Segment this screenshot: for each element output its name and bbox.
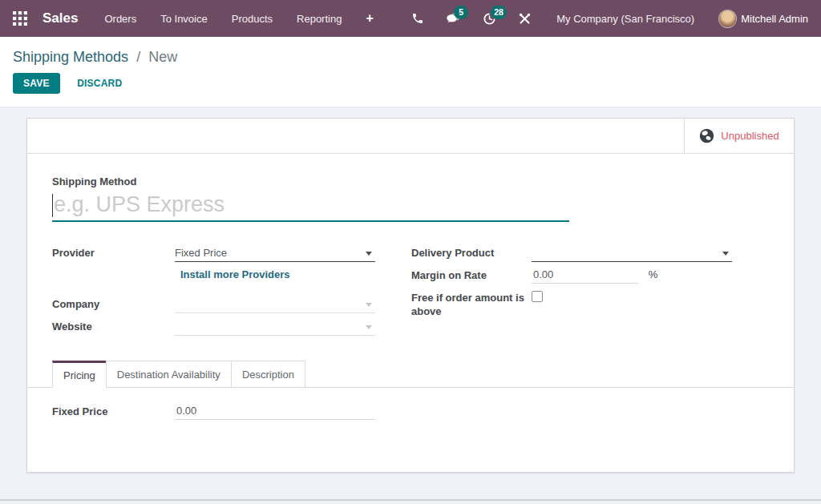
- install-providers-link[interactable]: Install more Providers: [175, 268, 290, 280]
- tab-pricing[interactable]: Pricing: [52, 361, 107, 388]
- publish-status-label: Unpublished: [721, 130, 779, 142]
- company-select[interactable]: [175, 296, 375, 313]
- breadcrumb: Shipping Methods / New: [13, 49, 808, 66]
- window-bottom-edge: [0, 499, 821, 504]
- app-name[interactable]: Sales: [42, 10, 78, 26]
- company-row: Company: [52, 296, 375, 313]
- statusbar: Unpublished: [27, 119, 794, 154]
- percent-suffix: %: [649, 267, 658, 280]
- breadcrumb-parent[interactable]: Shipping Methods: [13, 49, 128, 65]
- navbar-right: 5 28 My Company (San Francisco) Mitchell…: [390, 10, 808, 27]
- cp-buttons: SAVE DISCARD: [13, 73, 808, 94]
- activities-clock-icon[interactable]: 28: [483, 12, 496, 26]
- top-navbar: Sales Orders To Invoice Products Reporti…: [0, 0, 821, 37]
- breadcrumb-separator: /: [136, 49, 140, 65]
- grid-icon: [13, 11, 27, 26]
- text-cursor: [52, 194, 53, 217]
- delivery-product-select[interactable]: [532, 244, 732, 262]
- shipping-method-field: [52, 192, 569, 222]
- shipping-method-input[interactable]: [52, 192, 569, 222]
- crossed-tools-glyph: [518, 12, 532, 26]
- install-providers-row: Install more Providers: [52, 268, 375, 286]
- website-label: Website: [52, 318, 175, 333]
- menu-reporting[interactable]: Reporting: [297, 13, 342, 25]
- margin-input[interactable]: [532, 267, 638, 284]
- field-group: Provider Fixed Price Install more Provid…: [52, 244, 769, 341]
- phone-icon[interactable]: [411, 12, 424, 25]
- messages-badge: 5: [454, 6, 468, 19]
- free-over-checkbox[interactable]: [532, 291, 543, 302]
- menu-to-invoice[interactable]: To Invoice: [160, 13, 208, 25]
- plus-icon[interactable]: +: [366, 11, 373, 26]
- discard-button[interactable]: DISCARD: [67, 73, 131, 94]
- phone-glyph: [411, 12, 424, 25]
- website-row: Website: [52, 318, 375, 336]
- apps-menu-icon[interactable]: [13, 10, 29, 26]
- delivery-product-label: Delivery Product: [411, 244, 532, 260]
- company-switcher[interactable]: My Company (San Francisco): [556, 13, 694, 25]
- menu-products[interactable]: Products: [232, 13, 273, 25]
- tools-icon[interactable]: [518, 12, 532, 26]
- shipping-method-label: Shipping Method: [52, 175, 769, 187]
- free-over-label: Free if order amount is above: [411, 289, 532, 318]
- publish-toggle-button[interactable]: Unpublished: [684, 119, 794, 153]
- globe-icon: [699, 128, 714, 143]
- fixed-price-input[interactable]: [175, 403, 375, 420]
- form-sheet: Unpublished Shipping Method Provider Fix…: [26, 118, 795, 473]
- delivery-product-row: Delivery Product: [411, 244, 732, 262]
- provider-row: Provider Fixed Price: [52, 244, 375, 262]
- margin-row: Margin on Rate %: [411, 267, 732, 284]
- sheet-body: Shipping Method Provider Fixed Price: [27, 154, 794, 472]
- chevron-down-icon: [366, 325, 372, 329]
- provider-value: Fixed Price: [175, 247, 227, 259]
- chevron-down-icon: [366, 303, 372, 307]
- breadcrumb-current: New: [148, 49, 177, 65]
- save-button[interactable]: SAVE: [13, 73, 60, 94]
- tab-description[interactable]: Description: [231, 361, 305, 388]
- notebook-tabs: Pricing Destination Availability Descrip…: [27, 361, 794, 388]
- chevron-down-icon: [722, 252, 729, 256]
- website-select[interactable]: [175, 318, 375, 336]
- user-name: Mitchell Admin: [741, 13, 808, 25]
- tab-destination-availability[interactable]: Destination Availability: [106, 361, 232, 388]
- group-right-column: Delivery Product Margin on Rate %: [411, 244, 732, 341]
- margin-label: Margin on Rate: [411, 267, 532, 282]
- tab-pane-pricing: Fixed Price: [52, 388, 769, 472]
- group-left-column: Provider Fixed Price Install more Provid…: [52, 244, 375, 341]
- activities-badge: 28: [491, 6, 507, 19]
- messages-icon[interactable]: 5: [446, 12, 461, 26]
- menu-orders[interactable]: Orders: [104, 13, 136, 25]
- form-view: Unpublished Shipping Method Provider Fix…: [0, 107, 821, 499]
- avatar: [719, 10, 736, 27]
- company-label: Company: [52, 296, 175, 311]
- fixed-price-row: Fixed Price: [52, 403, 769, 421]
- provider-label: Provider: [52, 244, 175, 260]
- free-over-row: Free if order amount is above: [411, 289, 732, 318]
- control-panel: Shipping Methods / New SAVE DISCARD: [0, 37, 821, 107]
- user-menu[interactable]: Mitchell Admin: [719, 10, 808, 27]
- provider-select[interactable]: Fixed Price: [175, 244, 375, 262]
- fixed-price-label: Fixed Price: [52, 403, 175, 418]
- chevron-down-icon: [366, 252, 372, 256]
